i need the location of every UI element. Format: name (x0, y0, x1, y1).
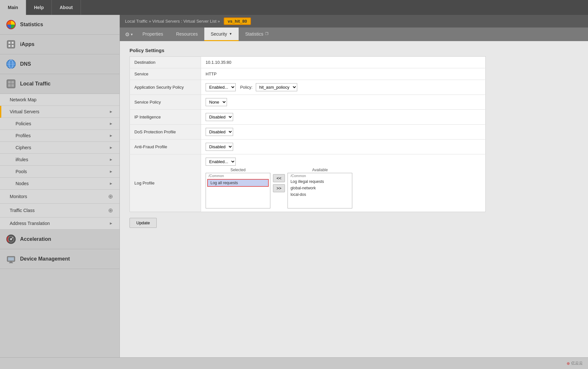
service-policy-select[interactable]: None (206, 98, 227, 106)
transfer-right-button[interactable]: >> (273, 184, 285, 192)
sidebar-item-nodes[interactable]: Nodes ► (0, 178, 119, 190)
tab-properties[interactable]: Properties (136, 28, 170, 41)
sidebar-item-dns[interactable]: DNS (0, 54, 119, 74)
svg-rect-1 (7, 40, 15, 48)
content-area: Local Traffic » Virtual Servers : Virtua… (120, 15, 588, 357)
policy-label-text: Policy: (240, 85, 253, 90)
global-network-item[interactable]: global-network (288, 185, 352, 191)
svg-rect-2 (8, 42, 10, 44)
statistics-ext-icon: ❐ (265, 32, 268, 36)
svg-rect-23 (9, 263, 13, 263)
tab-statistics[interactable]: Statistics ❐ (239, 28, 275, 41)
selected-group-label: /Common (206, 173, 270, 178)
sidebar-item-profiles[interactable]: Profiles ► (0, 130, 119, 142)
device-icon (5, 253, 17, 265)
sidebar-local-traffic-label: Local Traffic (20, 81, 51, 87)
local-dos-item[interactable]: local-dos (288, 191, 352, 198)
sidebar-item-device-management[interactable]: Device Management (0, 249, 119, 269)
app-security-label: Application Security Policy (130, 80, 201, 95)
table-row-dos-protection: DoS Protection Profile Disabled Enabled (130, 125, 486, 140)
form-area: Policy Settings Destination 10.1.10.35:8… (120, 41, 588, 357)
sidebar-sub-local-traffic: Network Map Virtual Servers ► Policies ►… (0, 94, 119, 229)
dos-protection-select[interactable]: Disabled Enabled (206, 128, 233, 136)
section-title: Policy Settings (130, 48, 578, 53)
svg-rect-15 (11, 84, 14, 87)
log-profile-enabled-select[interactable]: Enabled... Disabled (206, 158, 236, 166)
tab-main[interactable]: Main (0, 0, 26, 15)
anti-fraud-select[interactable]: Disabled Enabled (206, 143, 233, 151)
brand-text: ⊕ 亿云云 (567, 361, 583, 366)
sidebar-item-acceleration[interactable]: Acceleration (0, 229, 119, 249)
log-all-requests-item[interactable]: Log all requests (207, 179, 269, 187)
sidebar-item-statistics[interactable]: Statistics (0, 15, 119, 35)
selected-list-box[interactable]: /Common Log all requests (206, 173, 270, 208)
table-row-anti-fraud: Anti-Fraud Profile Disabled Enabled (130, 140, 486, 154)
update-button[interactable]: Update (130, 218, 157, 228)
service-value: HTTP (201, 68, 486, 80)
policies-arrow: ► (109, 121, 113, 126)
monitors-plus-icon: ⊕ (108, 193, 113, 200)
pools-arrow: ► (109, 169, 113, 174)
selected-list-section: Selected /Common Log all requests (206, 168, 270, 208)
tab-bar: ⚙ ▼ Properties Resources Security ▼ Stat… (120, 28, 588, 41)
gear-button[interactable]: ⚙ ▼ (122, 28, 136, 41)
available-label: Available (288, 168, 352, 172)
policy-select[interactable]: hit_asm_poliocy (256, 83, 297, 91)
sidebar-item-irules[interactable]: iRules ► (0, 154, 119, 166)
sidebar-item-virtual-servers[interactable]: Virtual Servers ► (0, 106, 119, 118)
sidebar-acceleration-label: Acceleration (20, 236, 51, 242)
main-layout: Statistics iApps (0, 15, 588, 357)
anti-fraud-label: Anti-Fraud Profile (130, 140, 201, 154)
ciphers-arrow: ► (109, 145, 113, 150)
sidebar-item-monitors[interactable]: Monitors ⊕ (0, 190, 119, 204)
transfer-buttons: << >> (270, 174, 288, 192)
svg-rect-4 (8, 45, 10, 47)
transfer-left-button[interactable]: << (273, 174, 285, 182)
sidebar-item-traffic-class[interactable]: Traffic Class ⊕ (0, 204, 119, 218)
tab-resources[interactable]: Resources (170, 28, 204, 41)
policy-settings-table: Destination 10.1.10.35:80 Service HTTP A… (130, 56, 486, 212)
svg-rect-3 (12, 42, 14, 44)
log-illegal-item[interactable]: Log illegal requests (288, 178, 352, 185)
profiles-arrow: ► (109, 133, 113, 138)
log-profile-container: Enabled... Disabled Selected /Common (206, 158, 481, 208)
service-policy-value: None (201, 95, 486, 110)
sidebar-item-network-map[interactable]: Network Map (0, 94, 119, 106)
sidebar-item-policies[interactable]: Policies ► (0, 118, 119, 130)
bottom-bar: ⊕ 亿云云 (0, 357, 588, 369)
dos-protection-value: Disabled Enabled (201, 125, 486, 140)
svg-rect-14 (8, 84, 11, 87)
svg-rect-22 (10, 262, 12, 263)
breadcrumb-path: Local Traffic » Virtual Servers : Virtua… (125, 19, 220, 24)
nodes-arrow: ► (109, 181, 113, 186)
ip-intelligence-select[interactable]: Disabled Enabled (206, 113, 233, 121)
ip-intelligence-value: Disabled Enabled (201, 110, 486, 125)
sidebar-item-ciphers[interactable]: Ciphers ► (0, 142, 119, 154)
ip-intelligence-label: IP Intelligence (130, 110, 201, 125)
sidebar-dns-label: DNS (20, 61, 31, 67)
breadcrumb-highlight: vs_hit_80 (224, 17, 251, 25)
top-nav: Main Help About (0, 0, 588, 15)
svg-rect-11 (7, 80, 15, 88)
log-profile-lists: Selected /Common Log all requests (206, 168, 481, 208)
anti-fraud-value: Disabled Enabled (201, 140, 486, 154)
sidebar-item-address-translation[interactable]: Address Translation ► (0, 218, 119, 229)
table-row-log-profile: Log Profile Enabled... Disabled (130, 154, 486, 212)
breadcrumb: Local Traffic » Virtual Servers : Virtua… (120, 15, 588, 28)
sidebar-item-pools[interactable]: Pools ► (0, 166, 119, 178)
tab-security[interactable]: Security ▼ (204, 28, 239, 41)
service-label: Service (130, 68, 201, 80)
destination-label: Destination (130, 57, 201, 68)
available-list-box[interactable]: /Common Log illegal requests global-netw… (288, 173, 352, 208)
sidebar-item-local-traffic[interactable]: Local Traffic (0, 74, 119, 94)
traffic-class-plus-icon: ⊕ (108, 207, 113, 214)
selected-label: Selected (206, 168, 270, 172)
app-security-select[interactable]: Enabled... Disabled (206, 83, 236, 91)
accel-icon (5, 233, 17, 245)
svg-rect-5 (12, 45, 14, 47)
table-row-service-policy: Service Policy None (130, 95, 486, 110)
sidebar-item-iapps[interactable]: iApps (0, 35, 119, 54)
log-profile-top: Enabled... Disabled (206, 158, 481, 166)
tab-help[interactable]: Help (26, 0, 52, 15)
tab-about[interactable]: About (52, 0, 81, 15)
